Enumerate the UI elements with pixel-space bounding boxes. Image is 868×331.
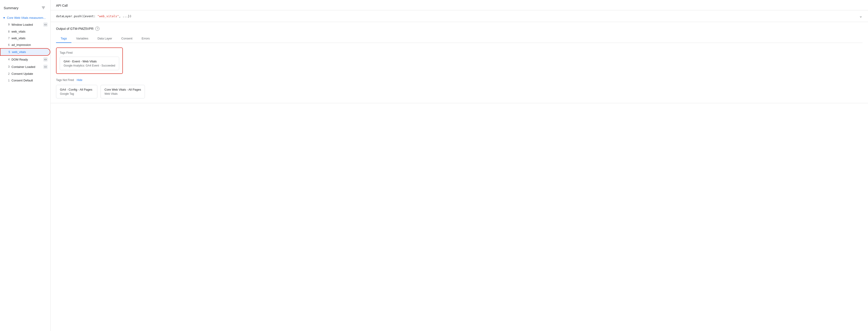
sidebar-item-Consent-Update-2[interactable]: 2Consent Update (0, 70, 50, 77)
tags-content: Tags Fired GA4 - Event - Web Vitals Goog… (56, 43, 863, 103)
tags-fired-card-subtitle: Google Analytics: GA4 Event - Succeeded (64, 64, 115, 67)
code-badge-icon: <> (43, 57, 48, 62)
sidebar-section-header[interactable]: ▼ Core Web Vitals measurem... (0, 15, 50, 21)
tags-fired-card-title: GA4 - Event - Web Vitals (64, 60, 115, 63)
filter-icon (41, 5, 46, 10)
tag-not-fired-subtitle: Web Vitals (104, 92, 141, 95)
tag-not-fired-card-core-web-vitals---all-pages[interactable]: Core Web Vitals - All PagesWeb Vitals (100, 85, 145, 98)
item-number: 7 (6, 37, 10, 40)
item-label: Container Loaded (11, 65, 41, 69)
tab-tags[interactable]: Tags (56, 34, 71, 43)
item-number: 4 (6, 58, 10, 61)
item-label: Window Loaded (11, 23, 41, 26)
tags-fired-box: Tags Fired GA4 - Event - Web Vitals Goog… (56, 47, 123, 74)
tags-fired-label: Tags Fired (60, 51, 119, 54)
api-call-row: dataLayer.push({event: "web_vitals", ...… (51, 10, 868, 22)
tags-not-fired-row: Tags Not Fired Hide (56, 78, 863, 82)
tab-variables[interactable]: Variables (71, 34, 93, 43)
tag-not-fired-title: Core Web Vitals - All Pages (104, 88, 141, 91)
sidebar-title: Summary (4, 6, 19, 10)
item-number: 6 (6, 43, 10, 46)
sidebar-section-label: Core Web Vitals measurem... (7, 16, 46, 20)
chevron-down-icon: ▼ (3, 16, 5, 20)
item-label: Consent Default (11, 79, 48, 82)
api-call-suffix: , ...}) (119, 14, 131, 18)
help-icon[interactable]: ? (95, 27, 99, 31)
code-badge-icon: <> (43, 23, 48, 27)
filter-icon-btn[interactable] (40, 5, 46, 11)
sidebar-item-web_vitals-8[interactable]: 8web_vitals (0, 28, 50, 35)
item-number: 2 (6, 72, 10, 75)
tag-not-fired-title: GA4 - Config - All Pages (60, 88, 93, 91)
item-label: web_vitals (11, 36, 48, 40)
item-number: 9 (6, 23, 10, 26)
code-badge-icon: <> (43, 65, 48, 69)
hide-link[interactable]: Hide (77, 78, 83, 82)
sidebar-item-Consent-Default-1[interactable]: 1Consent Default (0, 77, 50, 84)
sidebar-item-web_vitals-5[interactable]: 5web_vitals (0, 48, 50, 56)
api-call-prefix: dataLayer.push({event: (56, 14, 97, 18)
tags-not-fired-cards: GA4 - Config - All PagesGoogle TagCore W… (56, 85, 863, 98)
item-label: ad_impression (11, 43, 48, 46)
tags-not-fired-label: Tags Not Fired (56, 78, 74, 82)
tags-fired-card[interactable]: GA4 - Event - Web Vitals Google Analytic… (60, 57, 119, 70)
collapse-icon[interactable]: ⌄ (859, 13, 863, 19)
item-number: 8 (6, 30, 10, 33)
tag-not-fired-subtitle: Google Tag (60, 92, 93, 95)
tag-not-fired-card-ga4---config---all-pages[interactable]: GA4 - Config - All PagesGoogle Tag (56, 85, 97, 98)
sidebar-header: Summary (0, 3, 50, 14)
output-title-text: Output of GTM-PMZ5VPR (56, 27, 93, 31)
sidebar-item-Container-Loaded-3[interactable]: 3Container Loaded<> (0, 63, 50, 70)
output-section: Output of GTM-PMZ5VPR ? TagsVariablesDat… (51, 22, 868, 103)
sidebar-item-web_vitals-7[interactable]: 7web_vitals (0, 35, 50, 41)
sidebar: Summary ▼ Core Web Vitals measurem... 9W… (0, 0, 51, 331)
tab-consent[interactable]: Consent (117, 34, 137, 43)
sidebar-items-list: 9Window Loaded<>8web_vitals7web_vitals6a… (0, 21, 50, 84)
item-number: 5 (7, 51, 10, 54)
output-title: Output of GTM-PMZ5VPR ? (56, 27, 863, 31)
item-label: DOM Ready (11, 58, 41, 61)
main-panel: API Call dataLayer.push({event: "web_vit… (51, 0, 868, 331)
item-number: 1 (6, 79, 10, 82)
tabs-bar: TagsVariablesData LayerConsentErrors (56, 34, 863, 43)
sidebar-item-DOM-Ready-4[interactable]: 4DOM Ready<> (0, 56, 50, 63)
sidebar-item-ad_impression-6[interactable]: 6ad_impression (0, 41, 50, 48)
api-call-code: dataLayer.push({event: "web_vitals", ...… (56, 14, 131, 18)
tab-errors[interactable]: Errors (137, 34, 154, 43)
api-call-string: "web_vitals" (97, 14, 119, 18)
tab-data-layer[interactable]: Data Layer (93, 34, 117, 43)
item-label: Consent Update (11, 72, 48, 75)
item-number: 3 (6, 65, 10, 68)
sidebar-item-Window-Loaded-9[interactable]: 9Window Loaded<> (0, 21, 50, 28)
sidebar-section: ▼ Core Web Vitals measurem... 9Window Lo… (0, 14, 50, 85)
item-label: web_vitals (11, 30, 48, 33)
item-label: web_vitals (12, 50, 47, 54)
api-call-header: API Call (51, 0, 868, 10)
